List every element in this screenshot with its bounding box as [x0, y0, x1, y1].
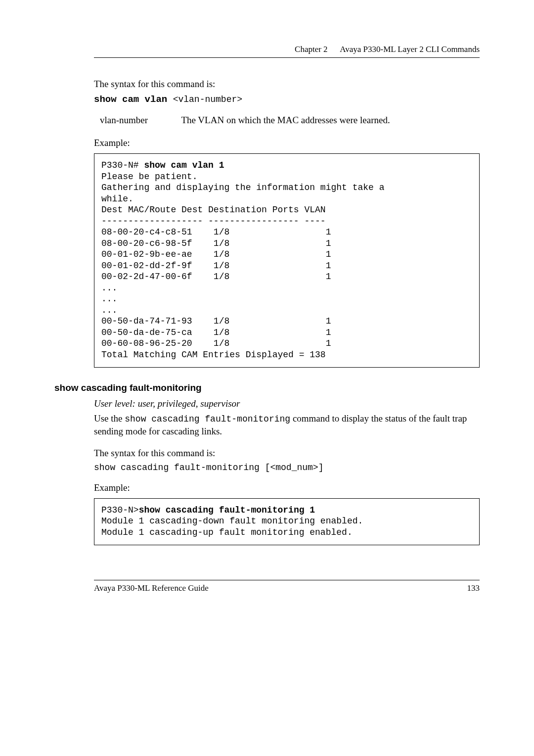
code-line: 08-00-20-c6-98-5f 1/8 1: [101, 238, 331, 248]
code-line: while.: [101, 194, 134, 204]
code-box-1: P330-N# show cam vlan 1 Please be patien…: [94, 153, 480, 368]
chapter-title: Avaya P330-ML Layer 2 CLI Commands: [340, 45, 480, 54]
code-line: Gathering and displaying the information…: [101, 183, 385, 192]
code-line: 00-01-02-9b-ee-ae 1/8 1: [101, 249, 331, 259]
code-line: 00-50-da-de-75-ca 1/8 1: [101, 328, 331, 337]
code-line: 00-01-02-dd-2f-9f 1/8 1: [101, 261, 331, 271]
prompt: P330-N#: [101, 160, 144, 170]
cmd-arg: <vlan-number>: [173, 94, 242, 104]
section-desc: Use the show cascading fault-monitoring …: [94, 412, 480, 438]
code-line: 00-50-da-74-71-93 1/8 1: [101, 316, 331, 326]
code-line: ...: [101, 305, 117, 315]
code-line: ------------------- ----------------- --…: [101, 216, 326, 226]
code-line: ...: [101, 294, 117, 304]
param-row: vlan-number The VLAN on which the MAC ad…: [100, 115, 480, 126]
code-line: 00-60-08-96-25-20 1/8 1: [101, 338, 331, 348]
syntax-intro: The syntax for this command is:: [94, 78, 480, 91]
page-footer: Avaya P330-ML Reference Guide 133: [94, 580, 480, 593]
user-level: User level: user, privileged, supervisor: [94, 397, 480, 410]
footer-left: Avaya P330-ML Reference Guide: [94, 583, 209, 593]
cmd-keyword: show cam vlan: [94, 94, 173, 105]
param-name: vlan-number: [100, 115, 179, 126]
code-cmd: show cam vlan 1: [144, 160, 224, 170]
code-line: 00-02-2d-47-00-6f 1/8 1: [101, 272, 331, 282]
prompt: P330-N>: [101, 505, 139, 515]
command-syntax: show cam vlan <vlan-number>: [94, 93, 480, 106]
syntax-intro-2: The syntax for this command is:: [94, 447, 480, 460]
section-heading: show cascading fault-monitoring: [54, 382, 480, 393]
code-box-2: P330-N>show cascading fault-monitoring 1…: [94, 498, 480, 546]
example-label-1: Example:: [94, 138, 480, 148]
code-line: Total Matching CAM Entries Displayed = 1…: [101, 350, 326, 360]
example-label-2: Example:: [94, 482, 480, 493]
syntax-line-2: show cascading fault-monitoring [<mod_nu…: [94, 462, 480, 473]
desc-pre: Use the: [94, 413, 125, 424]
code-line: 08-00-20-c4-c8-51 1/8 1: [101, 227, 331, 237]
footer-rule: [94, 580, 480, 580]
code-line: Module 1 cascading-up fault monitoring e…: [101, 527, 353, 537]
code-cmd: show cascading fault-monitoring 1: [139, 505, 315, 515]
code-line: Please be patient.: [101, 172, 197, 182]
footer-right: 133: [467, 583, 480, 593]
page-header: Chapter 2 Avaya P330-ML Layer 2 CLI Comm…: [94, 45, 480, 54]
param-desc: The VLAN on which the MAC addresses were…: [181, 115, 390, 125]
code-line: Module 1 cascading-down fault monitoring…: [101, 516, 363, 526]
header-rule: [94, 57, 480, 58]
desc-cmd: show cascading fault-monitoring: [125, 414, 290, 424]
code-line: Dest MAC/Route Dest Destination Ports VL…: [101, 205, 326, 215]
code-line: ...: [101, 283, 117, 293]
chapter-label: Chapter 2: [295, 45, 328, 54]
